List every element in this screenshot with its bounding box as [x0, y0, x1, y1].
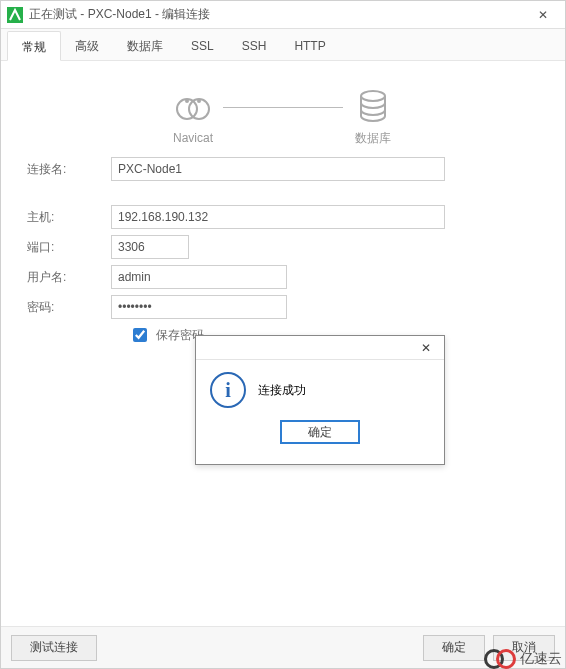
- row-connection-name: 连接名:: [27, 157, 539, 181]
- label-password: 密码:: [27, 299, 111, 316]
- test-connection-button[interactable]: 测试连接: [11, 635, 97, 661]
- diagram-line: [223, 107, 343, 108]
- dialog-close-button[interactable]: ✕: [408, 336, 444, 359]
- connection-diagram: Navicat 数据库: [9, 75, 557, 157]
- close-icon: ✕: [421, 341, 431, 355]
- row-username: 用户名:: [27, 265, 539, 289]
- diagram-database: 数据库: [353, 86, 393, 147]
- info-icon: i: [210, 372, 246, 408]
- ok-button[interactable]: 确定: [423, 635, 485, 661]
- footer: 测试连接 确定 取消: [1, 626, 565, 668]
- watermark: 亿速云: [484, 649, 562, 669]
- label-host: 主机:: [27, 209, 111, 226]
- dialog-footer: 确定: [196, 420, 444, 454]
- tab-ssl[interactable]: SSL: [177, 31, 228, 61]
- input-username[interactable]: [111, 265, 287, 289]
- close-button[interactable]: ✕: [521, 1, 565, 29]
- dialog-ok-button[interactable]: 确定: [280, 420, 360, 444]
- label-connection-name: 连接名:: [27, 161, 111, 178]
- dialog-message: 连接成功: [258, 382, 306, 399]
- watermark-icon: [484, 649, 516, 669]
- input-password[interactable]: [111, 295, 287, 319]
- row-port: 端口:: [27, 235, 539, 259]
- tab-general[interactable]: 常规: [7, 31, 61, 61]
- diagram-navicat-label: Navicat: [173, 131, 213, 145]
- watermark-text: 亿速云: [520, 650, 562, 668]
- tab-advanced[interactable]: 高级: [61, 31, 113, 61]
- dialog-body: i 连接成功: [196, 360, 444, 420]
- input-connection-name[interactable]: [111, 157, 445, 181]
- tab-ssh[interactable]: SSH: [228, 31, 281, 61]
- svg-point-5: [361, 91, 385, 101]
- diagram-navicat: Navicat: [173, 87, 213, 145]
- label-port: 端口:: [27, 239, 111, 256]
- tab-database[interactable]: 数据库: [113, 31, 177, 61]
- row-host: 主机:: [27, 205, 539, 229]
- input-host[interactable]: [111, 205, 445, 229]
- navicat-logo-icon: [173, 87, 213, 127]
- dialog-connection-result: ✕ i 连接成功 确定: [195, 335, 445, 465]
- svg-point-3: [185, 99, 189, 103]
- database-icon: [353, 86, 393, 126]
- tab-http[interactable]: HTTP: [280, 31, 339, 61]
- input-port[interactable]: [111, 235, 189, 259]
- app-icon: [7, 7, 23, 23]
- label-username: 用户名:: [27, 269, 111, 286]
- checkbox-save-password[interactable]: [133, 328, 147, 342]
- tabs: 常规 高级 数据库 SSL SSH HTTP: [1, 29, 565, 61]
- row-password: 密码:: [27, 295, 539, 319]
- close-icon: ✕: [538, 8, 548, 22]
- titlebar: 正在测试 - PXC-Node1 - 编辑连接 ✕: [1, 1, 565, 29]
- form: 连接名: 主机: 端口: 用户名: 密码: 保存密码: [9, 157, 557, 345]
- dialog-titlebar: ✕: [196, 336, 444, 360]
- diagram-database-label: 数据库: [355, 130, 391, 147]
- window-title: 正在测试 - PXC-Node1 - 编辑连接: [29, 6, 210, 23]
- svg-point-4: [197, 99, 201, 103]
